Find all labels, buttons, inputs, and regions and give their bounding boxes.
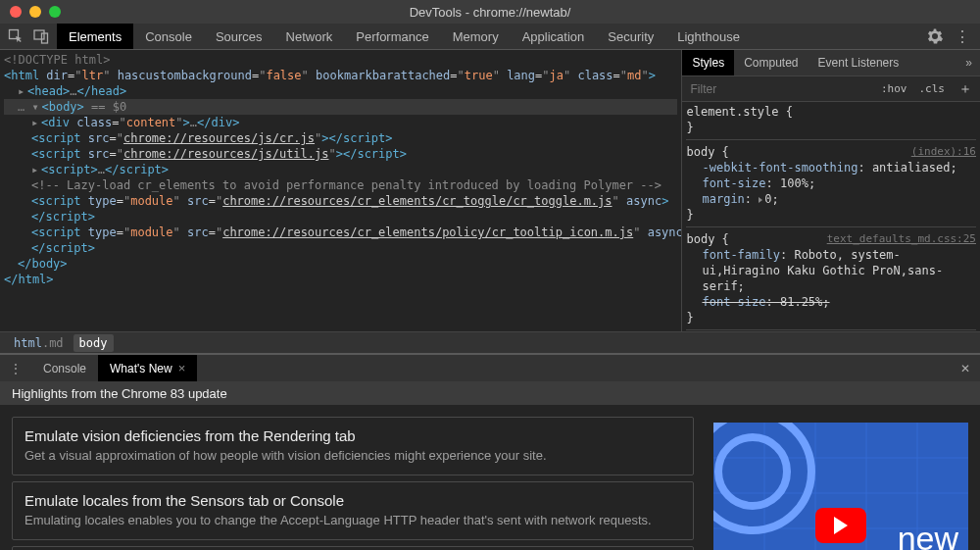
drawer-tab-console[interactable]: Console — [31, 355, 98, 381]
card-title: Emulate locales from the Sensors tab or … — [24, 492, 681, 509]
window-titlebar: DevTools - chrome://newtab/ — [0, 0, 980, 24]
main-tab-lighthouse[interactable]: Lighthouse — [665, 24, 752, 49]
main-tab-console[interactable]: Console — [133, 24, 204, 49]
window-minimize-button[interactable] — [29, 6, 41, 18]
drawer: ⋮ ConsoleWhat's New× ✕ Highlights from t… — [0, 353, 980, 550]
video-caption: new — [898, 520, 958, 550]
styles-tab-event-listeners[interactable]: Event Listeners — [808, 50, 909, 75]
youtube-play-icon[interactable] — [815, 508, 866, 543]
drawer-subheader: Highlights from the Chrome 83 update — [0, 381, 980, 405]
main-tabs: ElementsConsoleSourcesNetworkPerformance… — [57, 24, 752, 49]
window-close-button[interactable] — [10, 6, 22, 18]
drawer-tab-what-s-new[interactable]: What's New× — [98, 355, 197, 381]
dom-breadcrumb: html.mdbody — [0, 331, 980, 353]
styles-tabs-overflow-icon[interactable]: » — [965, 56, 980, 70]
main-tab-application[interactable]: Application — [511, 24, 597, 49]
main-tab-network[interactable]: Network — [274, 24, 345, 49]
settings-gear-icon[interactable] — [927, 28, 943, 44]
styles-tab-computed[interactable]: Computed — [734, 50, 808, 75]
main-tab-security[interactable]: Security — [596, 24, 665, 49]
window-zoom-button[interactable] — [49, 6, 61, 18]
card-body: Get a visual approximation of how people… — [24, 448, 681, 465]
drawer-tab-close-icon[interactable]: × — [178, 361, 186, 375]
styles-sidebar: StylesComputedEvent Listeners» :hov .cls… — [681, 50, 980, 331]
inspect-element-icon[interactable] — [8, 28, 24, 44]
breadcrumb-html[interactable]: html.md — [8, 334, 70, 352]
card-title: Emulate vision deficiencies from the Ren… — [24, 427, 681, 444]
styles-tab-styles[interactable]: Styles — [682, 50, 734, 75]
styles-tabs: StylesComputedEvent Listeners» — [682, 50, 980, 76]
drawer-menu-icon[interactable]: ⋮ — [0, 362, 31, 375]
release-note-card[interactable]: Emulate locales from the Sensors tab or … — [12, 481, 694, 540]
main-tab-sources[interactable]: Sources — [204, 24, 274, 49]
elements-panel[interactable]: <!DOCTYPE html><html dir="ltr" hascustom… — [0, 50, 681, 331]
device-toolbar-icon[interactable] — [33, 28, 49, 44]
cls-toggle-button[interactable]: .cls — [913, 82, 952, 95]
new-style-rule-button[interactable]: ＋ — [951, 80, 980, 98]
main-tab-performance[interactable]: Performance — [344, 24, 440, 49]
release-note-card[interactable]: Emulate vision deficiencies from the Ren… — [12, 417, 694, 475]
breadcrumb-body[interactable]: body — [74, 334, 114, 352]
drawer-close-button[interactable]: ✕ — [951, 362, 980, 375]
main-tab-elements[interactable]: Elements — [57, 24, 133, 49]
kebab-menu-icon[interactable]: ⋮ — [955, 27, 970, 46]
svg-rect-1 — [34, 30, 44, 39]
hover-toggle-button[interactable]: :hov — [875, 82, 913, 95]
card-body: Emulating locales enables you to change … — [24, 513, 681, 529]
traffic-lights — [10, 6, 61, 18]
release-note-card[interactable]: Cross-Origin Opener Policy (COOP) and Cr… — [12, 546, 694, 550]
styles-filter-input[interactable] — [682, 82, 875, 96]
release-video-thumbnail[interactable]: new — [713, 423, 968, 550]
main-tab-memory[interactable]: Memory — [441, 24, 511, 49]
window-title: DevTools - chrome://newtab/ — [0, 5, 980, 20]
main-toolbar: ElementsConsoleSourcesNetworkPerformance… — [0, 24, 980, 50]
